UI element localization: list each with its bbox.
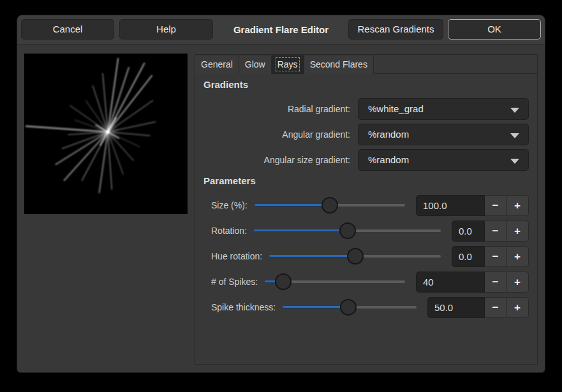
size-row: Size (%): 100.0 − + <box>211 192 529 218</box>
spikes-value-field[interactable]: 40 <box>416 272 485 293</box>
tab-bar: General Glow Rays Second Flares <box>195 55 537 74</box>
tab-second-flares[interactable]: Second Flares <box>304 55 374 74</box>
spike-thickness-value-field[interactable]: 50.0 <box>427 297 485 318</box>
chevron-down-icon <box>510 108 519 113</box>
cancel-button[interactable]: Cancel <box>21 19 114 40</box>
hue-rotation-increment-button[interactable]: + <box>507 246 529 267</box>
ok-button[interactable]: OK <box>448 19 541 40</box>
hue-rotation-label: Hue rotation: <box>211 251 262 261</box>
size-value-field[interactable]: 100.0 <box>416 195 485 216</box>
angular-size-gradient-row: Angular size gradient: %random <box>203 149 529 171</box>
spike-thickness-slider[interactable] <box>283 298 417 316</box>
flare-preview <box>24 54 188 214</box>
size-slider-handle[interactable] <box>322 197 338 214</box>
spike-thickness-label: Spike thickness: <box>211 302 276 312</box>
spikes-increment-button[interactable]: + <box>507 272 529 293</box>
rotation-label: Rotation: <box>211 226 247 236</box>
angular-gradient-dropdown[interactable]: %random <box>358 124 529 145</box>
size-label: Size (%): <box>211 200 248 210</box>
hue-rotation-slider[interactable] <box>269 247 441 265</box>
radial-gradient-label: Radial gradient: <box>203 104 358 114</box>
hue-rotation-value-field[interactable]: 0.0 <box>452 246 485 267</box>
angular-size-gradient-label: Angular size gradient: <box>203 155 358 165</box>
chevron-down-icon <box>510 133 519 138</box>
rotation-decrement-button[interactable]: − <box>485 221 507 242</box>
rotation-slider-handle[interactable] <box>339 222 356 239</box>
size-decrement-button[interactable]: − <box>485 195 507 216</box>
hue-rotation-row: Hue rotation: 0.0 − + <box>211 243 529 269</box>
spike-thickness-slider-handle[interactable] <box>340 299 357 316</box>
spikes-label: # of Spikes: <box>211 277 258 287</box>
spikes-decrement-button[interactable]: − <box>485 272 507 293</box>
gradients-section-heading: Gradients <box>203 79 248 90</box>
spikes-slider-handle[interactable] <box>275 273 292 290</box>
tab-rays[interactable]: Rays <box>272 55 304 74</box>
spikes-slider[interactable] <box>265 273 405 291</box>
help-button[interactable]: Help <box>119 19 213 40</box>
spike-thickness-decrement-button[interactable]: − <box>485 297 507 318</box>
tab-glow[interactable]: Glow <box>239 55 272 74</box>
spikes-row: # of Spikes: 40 − + <box>211 269 529 294</box>
spike-thickness-row: Spike thickness: 50.0 − + <box>211 294 529 320</box>
angular-size-gradient-dropdown[interactable]: %random <box>358 149 529 171</box>
angular-gradient-row: Angular gradient: %random <box>203 124 529 145</box>
dialog-header: Cancel Help Gradient Flare Editor Rescan… <box>17 15 545 45</box>
radial-gradient-dropdown[interactable]: %white_grad <box>358 98 529 120</box>
settings-notebook: General Glow Rays Second Flares Gradient… <box>195 54 538 365</box>
tab-general[interactable]: General <box>195 55 239 74</box>
angular-gradient-label: Angular gradient: <box>203 129 358 140</box>
spike-thickness-increment-button[interactable]: + <box>507 297 529 318</box>
chevron-down-icon <box>510 159 519 164</box>
rotation-slider[interactable] <box>254 222 441 240</box>
rotation-increment-button[interactable]: + <box>507 221 529 242</box>
rescan-gradients-button[interactable]: Rescan Gradients <box>348 19 443 40</box>
size-slider[interactable] <box>255 196 405 214</box>
parameters-section-heading: Parameters <box>203 175 256 186</box>
radial-gradient-row: Radial gradient: %white_grad <box>203 98 529 120</box>
flare-rays-image <box>24 54 188 214</box>
hue-rotation-decrement-button[interactable]: − <box>485 246 507 267</box>
gradient-flare-editor-window: Cancel Help Gradient Flare Editor Rescan… <box>17 15 545 372</box>
size-increment-button[interactable]: + <box>507 195 529 216</box>
rotation-value-field[interactable]: 0.0 <box>452 221 485 242</box>
rotation-row: Rotation: 0.0 − + <box>211 218 529 243</box>
hue-rotation-slider-handle[interactable] <box>347 248 364 265</box>
